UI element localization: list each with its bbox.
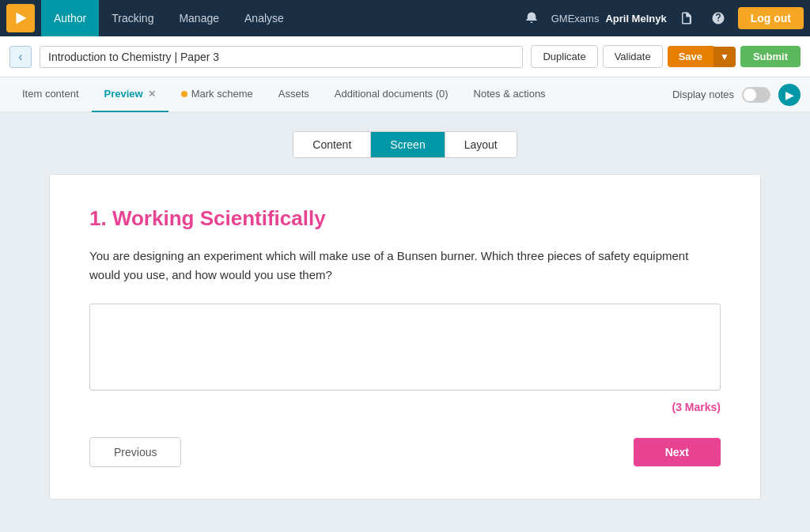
marks-label: (3 Marks) [89, 401, 721, 413]
tab-assets[interactable]: Assets [266, 77, 322, 112]
help-icon[interactable] [706, 6, 730, 30]
tab-preview[interactable]: Preview ✕ [92, 77, 168, 112]
answer-textarea[interactable] [89, 304, 721, 391]
nav-right: GMExams April Melnyk Log out [520, 6, 804, 30]
next-button[interactable]: Next [634, 438, 721, 466]
user-info: GMExams April Melnyk [551, 13, 667, 25]
tab-notes-actions[interactable]: Notes & actions [461, 77, 558, 112]
nav-item-analyse[interactable]: Analyse [232, 0, 297, 36]
nav-item-manage[interactable]: Manage [166, 0, 232, 36]
back-button[interactable]: ‹ [9, 46, 32, 68]
tab-close-preview[interactable]: ✕ [148, 89, 156, 100]
question-navigation: Previous Next [89, 437, 721, 467]
question-card: 1. Working Scientifically You are design… [49, 174, 761, 500]
tab-mark-scheme[interactable]: Mark scheme [168, 77, 266, 112]
display-notes-label: Display notes [672, 89, 734, 100]
preview-tab-screen[interactable]: Screen [371, 132, 445, 157]
save-dropdown-button[interactable]: ▼ [713, 47, 736, 67]
question-text: You are designing an experiment which wi… [89, 247, 721, 285]
document-icon[interactable] [675, 6, 698, 30]
main-content: Content Screen Layout 1. Working Scienti… [0, 112, 810, 532]
preview-tab-group: Content Screen Layout [293, 131, 517, 158]
preview-tab-content[interactable]: Content [293, 132, 371, 157]
toggle-knob [744, 89, 756, 101]
notification-icon[interactable] [520, 6, 543, 30]
nav-item-author[interactable]: Author [41, 0, 99, 36]
tab-bar: Item content Preview ✕ Mark scheme Asset… [0, 77, 810, 112]
tab-item-content[interactable]: Item content [9, 77, 92, 112]
previous-button[interactable]: Previous [89, 437, 181, 467]
tab-dot-mark-scheme [181, 91, 187, 97]
preview-tab-layout[interactable]: Layout [445, 132, 517, 157]
next-tab-arrow[interactable]: ▶ [778, 84, 801, 106]
duplicate-button[interactable]: Duplicate [531, 45, 597, 68]
display-notes-toggle[interactable] [742, 87, 770, 103]
save-button[interactable]: Save [668, 46, 713, 67]
nav-items: Author Tracking Manage Analyse [41, 0, 520, 36]
app-logo[interactable] [6, 4, 35, 32]
submit-button[interactable]: Submit [740, 46, 801, 67]
preview-tabs: Content Screen Layout [16, 131, 794, 158]
title-actions: Duplicate Validate Save ▼ Submit [531, 45, 801, 68]
title-bar: ‹ Duplicate Validate Save ▼ Submit [0, 36, 810, 77]
question-title: 1. Working Scientifically [89, 206, 721, 231]
tab-additional-documents[interactable]: Additional documents (0) [322, 77, 461, 112]
paper-title-input[interactable] [40, 46, 523, 68]
tab-bar-right: Display notes ▶ [672, 84, 801, 106]
logout-button[interactable]: Log out [738, 7, 804, 29]
nav-item-tracking[interactable]: Tracking [99, 0, 166, 36]
save-button-group: Save ▼ [668, 46, 736, 67]
validate-button[interactable]: Validate [603, 45, 663, 68]
svg-marker-0 [17, 13, 27, 25]
top-navigation: Author Tracking Manage Analyse GMExams A… [0, 0, 810, 36]
